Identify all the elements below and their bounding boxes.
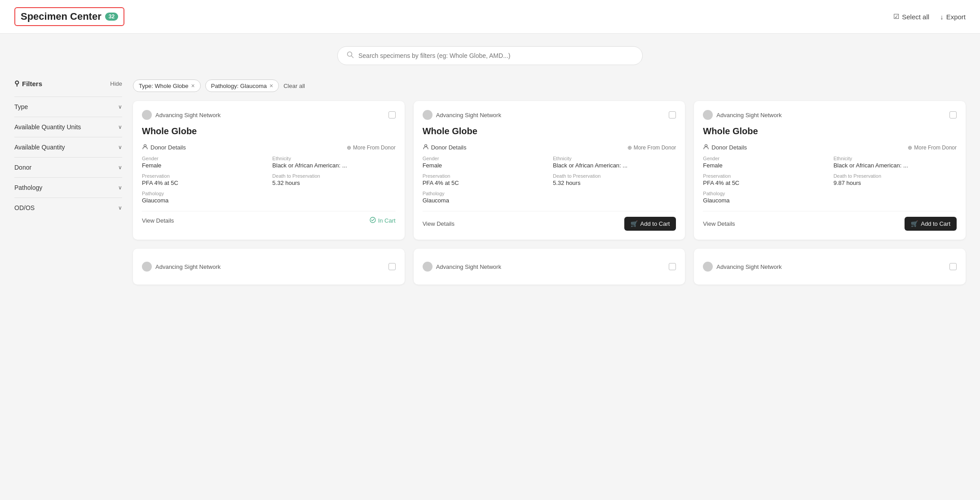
- card-2-death-to-pres: Death to Preservation 5.32 hours: [553, 173, 676, 186]
- card-4-network-info: Advancing Sight Network: [142, 262, 221, 272]
- cards-row2: Advancing Sight Network Advancing Sight …: [133, 249, 966, 285]
- card-1-death-to-pres: Death to Preservation 5.32 hours: [272, 173, 395, 186]
- card-1-more-from-donor[interactable]: ⊕ More From Donor: [347, 145, 396, 151]
- card-3-gender-label: Gender: [703, 156, 826, 161]
- card-1-gender-label: Gender: [142, 156, 265, 161]
- card-2-view-details-button[interactable]: View Details: [423, 220, 455, 227]
- specimen-card-1: Advancing Sight Network Whole Globe: [133, 101, 405, 240]
- card-2-preservation-label: Preservation: [423, 173, 546, 179]
- filter-title: ⚲ Filters: [14, 79, 42, 88]
- sidebar-item-donor[interactable]: Donor ∨: [14, 157, 122, 177]
- card-1-checkbox[interactable]: [388, 111, 396, 118]
- select-all-label: Select all: [902, 13, 929, 21]
- card-1-ethnicity-value: Black or African American: ...: [272, 162, 395, 169]
- card-6-network-info: Advancing Sight Network: [703, 262, 781, 272]
- card-1-pathology-value: Glaucoma: [142, 197, 396, 204]
- card-1-ethnicity-label: Ethnicity: [272, 156, 395, 161]
- filter-header: ⚲ Filters Hide: [14, 79, 122, 88]
- card-3-fields: Gender Female Ethnicity Black or African…: [703, 156, 957, 186]
- card-3-add-to-cart-label: Add to Cart: [921, 220, 950, 227]
- filter-tag-pathology-remove[interactable]: ×: [269, 82, 273, 89]
- export-button[interactable]: ↓ Export: [940, 13, 966, 21]
- card-3-death-to-pres-label: Death to Preservation: [834, 173, 957, 179]
- filter-tag-pathology-label: Pathology: Glaucoma: [211, 83, 267, 89]
- page-title: Specimen Center: [21, 11, 102, 22]
- search-bar: [337, 46, 643, 65]
- card-3-header: Advancing Sight Network: [703, 110, 957, 120]
- card-3-add-to-cart-button[interactable]: 🛒 Add to Cart: [905, 217, 957, 231]
- card-3-donor-text: Donor Details: [711, 144, 747, 151]
- card-1-view-details-button[interactable]: View Details: [142, 217, 174, 224]
- svg-point-3: [370, 217, 375, 223]
- card-1-network-name: Advancing Sight Network: [155, 112, 221, 118]
- card-3-network-info: Advancing Sight Network: [703, 110, 781, 120]
- card-3-ethnicity-label: Ethnicity: [834, 156, 957, 161]
- svg-point-2: [144, 145, 146, 147]
- sidebar: ⚲ Filters Hide Type ∨ Available Quantity…: [14, 72, 122, 285]
- card-6-network-circle: [703, 262, 713, 272]
- card-1-header: Advancing Sight Network: [142, 110, 396, 120]
- filter-tag-type[interactable]: Type: Whole Globe ×: [133, 79, 201, 92]
- card-2-add-to-cart-label: Add to Cart: [640, 220, 670, 227]
- card-1-ethnicity: Ethnicity Black or African American: ...: [272, 156, 395, 169]
- card-3-preservation: Preservation PFA 4% at 5C: [703, 173, 826, 186]
- search-input[interactable]: [358, 52, 633, 59]
- card-3-view-details-button[interactable]: View Details: [703, 220, 735, 227]
- card-3-pathology-label: Pathology: [703, 191, 957, 196]
- card-3-more-icon: ⊕: [908, 145, 912, 151]
- qty-units-chevron-icon: ∨: [118, 124, 122, 130]
- svg-line-1: [352, 56, 353, 58]
- sidebar-item-type[interactable]: Type ∨: [14, 96, 122, 117]
- filter-tag-pathology[interactable]: Pathology: Glaucoma ×: [205, 79, 279, 92]
- card-2-ethnicity-label: Ethnicity: [553, 156, 676, 161]
- card-6-network-name: Advancing Sight Network: [716, 263, 781, 270]
- export-label: Export: [946, 13, 966, 21]
- clear-all-button[interactable]: Clear all: [283, 83, 305, 89]
- card-3-footer: View Details 🛒 Add to Cart: [703, 211, 957, 231]
- card-4-checkbox[interactable]: [388, 263, 396, 270]
- header: Specimen Center 32 ☑ Select all ↓ Export: [0, 0, 980, 34]
- card-4-network-circle: [142, 262, 152, 272]
- card-1-pathology-label: Pathology: [142, 191, 396, 196]
- header-right: ☑ Select all ↓ Export: [893, 13, 966, 21]
- card-1-death-to-pres-value: 5.32 hours: [272, 180, 395, 186]
- card-5-checkbox[interactable]: [669, 263, 676, 270]
- select-all-button[interactable]: ☑ Select all: [893, 13, 929, 21]
- search-icon: [347, 51, 354, 60]
- card-2-add-to-cart-button[interactable]: 🛒 Add to Cart: [624, 217, 676, 231]
- card-1-donor-icon: [142, 144, 148, 151]
- card-1-fields: Gender Female Ethnicity Black or African…: [142, 156, 396, 186]
- card-2-cart-icon: 🛒: [631, 220, 638, 227]
- search-section: [0, 34, 980, 72]
- svg-point-4: [424, 145, 427, 147]
- filter-tag-type-remove[interactable]: ×: [191, 82, 195, 89]
- card-2-network-info: Advancing Sight Network: [423, 110, 501, 120]
- card-2-ethnicity-value: Black or African American: ...: [553, 162, 676, 169]
- sidebar-item-odos[interactable]: OD/OS ∨: [14, 197, 122, 218]
- sidebar-item-available-quantity-units[interactable]: Available Quantity Units ∨: [14, 117, 122, 137]
- card-2-donor-section: Donor Details ⊕ More From Donor Gender F…: [423, 144, 676, 204]
- card-1-donor-details-label: Donor Details: [142, 144, 186, 151]
- filter-tags: Type: Whole Globe × Pathology: Glaucoma …: [133, 79, 966, 92]
- card-3-pathology-value: Glaucoma: [703, 197, 957, 204]
- hide-filters-button[interactable]: Hide: [110, 80, 122, 87]
- card-4-network-name: Advancing Sight Network: [155, 263, 221, 270]
- card-1-more-text: More From Donor: [353, 145, 396, 151]
- card-2-pathology: Pathology Glaucoma: [423, 191, 676, 204]
- card-6-checkbox[interactable]: [949, 263, 957, 270]
- card-2-checkbox[interactable]: [669, 111, 676, 118]
- card-2-more-from-donor[interactable]: ⊕ More From Donor: [627, 145, 676, 151]
- sidebar-item-available-quantity[interactable]: Available Quantity ∨: [14, 137, 122, 157]
- sidebar-item-pathology[interactable]: Pathology ∨: [14, 177, 122, 197]
- odos-chevron-icon: ∨: [118, 205, 122, 211]
- card-5-network-name: Advancing Sight Network: [436, 263, 501, 270]
- card-2-gender-value: Female: [423, 162, 546, 169]
- card-1-donor-header: Donor Details ⊕ More From Donor: [142, 144, 396, 151]
- card-1-network-circle: [142, 110, 152, 120]
- card-3-more-from-donor[interactable]: ⊕ More From Donor: [908, 145, 957, 151]
- card-2-death-to-pres-label: Death to Preservation: [553, 173, 676, 179]
- card-2-network-name: Advancing Sight Network: [436, 112, 501, 118]
- card-3-checkbox[interactable]: [949, 111, 957, 118]
- card-2-fields: Gender Female Ethnicity Black or African…: [423, 156, 676, 186]
- card-2-footer: View Details 🛒 Add to Cart: [423, 211, 676, 231]
